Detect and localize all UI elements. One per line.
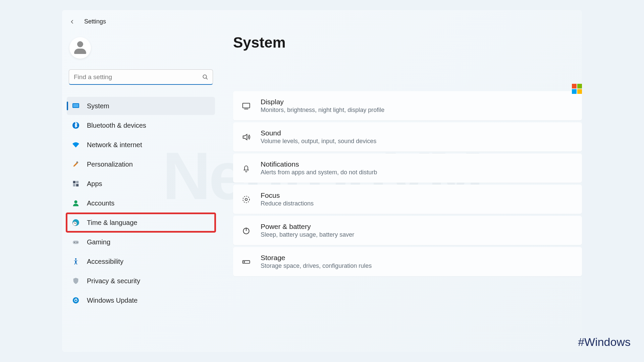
- card-focus[interactable]: Focus Reduce distractions: [233, 185, 582, 214]
- account-header[interactable]: [67, 35, 215, 69]
- sidebar-item-label: Network & internet: [87, 141, 142, 149]
- card-power[interactable]: Power & battery Sleep, battery usage, ba…: [233, 216, 582, 245]
- sidebar-item-label: Windows Update: [87, 297, 138, 304]
- card-subtitle: Volume levels, output, input, sound devi…: [261, 138, 376, 145]
- page-title: System: [233, 34, 582, 51]
- back-button[interactable]: [69, 18, 75, 25]
- svg-point-14: [74, 242, 75, 243]
- brush-icon: [71, 160, 80, 169]
- main-content: System Display Monitors, brightness, nig…: [220, 10, 582, 352]
- sidebar-item-label: Time & language: [87, 219, 137, 227]
- titlebar: Settings: [67, 18, 215, 35]
- search-box[interactable]: [69, 69, 213, 85]
- card-notifications[interactable]: Notifications Alerts from apps and syste…: [233, 154, 582, 183]
- monitor-icon: [241, 101, 251, 111]
- microsoft-logo: [572, 84, 582, 94]
- app-title: Settings: [84, 18, 106, 25]
- settings-window: NeuronVM Settings: [62, 10, 582, 352]
- update-icon: [71, 296, 80, 305]
- svg-rect-3: [73, 104, 78, 107]
- card-subtitle: Reduce distractions: [261, 200, 314, 207]
- card-subtitle: Monitors, brightness, night light, displ…: [261, 107, 384, 114]
- sidebar-item-update[interactable]: Windows Update: [67, 291, 215, 309]
- sidebar-item-label: Accounts: [87, 199, 114, 207]
- card-display[interactable]: Display Monitors, brightness, night ligh…: [233, 91, 582, 120]
- sidebar-item-accessibility[interactable]: Accessibility: [67, 252, 215, 270]
- system-icon: [71, 102, 80, 110]
- sidebar-item-label: Personalization: [87, 161, 133, 168]
- sidebar-item-personalization[interactable]: Personalization: [67, 155, 215, 173]
- svg-point-10: [74, 200, 77, 203]
- card-title: Focus: [261, 191, 314, 199]
- svg-point-16: [75, 258, 77, 260]
- sidebar-item-bluetooth[interactable]: Bluetooth & devices: [67, 116, 215, 134]
- sidebar-item-apps[interactable]: Apps: [67, 175, 215, 193]
- nav-list: System Bluetooth & devices Network & int…: [67, 97, 215, 309]
- microsoft-logo-icon: [572, 84, 582, 94]
- svg-point-17: [73, 297, 79, 303]
- sidebar-item-label: Gaming: [87, 238, 110, 246]
- accessibility-icon: [71, 257, 80, 266]
- card-subtitle: Storage space, drives, configuration rul…: [261, 262, 372, 269]
- sidebar-item-gaming[interactable]: Gaming: [67, 233, 215, 251]
- sidebar: Settings System: [62, 10, 220, 352]
- card-title: Storage: [261, 254, 372, 262]
- bluetooth-icon: [71, 121, 80, 130]
- bell-icon: [241, 163, 251, 173]
- sidebar-item-label: Accessibility: [87, 258, 123, 265]
- avatar: [69, 37, 91, 59]
- search-input[interactable]: [69, 69, 213, 85]
- sidebar-item-privacy[interactable]: Privacy & security: [67, 272, 215, 290]
- svg-point-15: [77, 242, 77, 243]
- card-subtitle: Sleep, battery usage, battery saver: [261, 231, 354, 238]
- svg-rect-6: [73, 181, 75, 183]
- settings-card-list: Display Monitors, brightness, night ligh…: [233, 91, 582, 276]
- sidebar-item-accounts[interactable]: Accounts: [67, 194, 215, 212]
- svg-point-25: [244, 261, 245, 262]
- svg-point-21: [245, 198, 248, 200]
- sidebar-item-label: Bluetooth & devices: [87, 122, 146, 129]
- sidebar-item-time-language[interactable]: Time & language: [67, 214, 215, 232]
- sidebar-item-network[interactable]: Network & internet: [67, 136, 215, 154]
- svg-point-20: [243, 196, 250, 203]
- svg-rect-13: [73, 241, 79, 244]
- card-subtitle: Alerts from apps and system, do not dist…: [261, 169, 377, 176]
- card-title: Notifications: [261, 160, 377, 168]
- wifi-icon: [71, 140, 80, 149]
- hashtag-overlay: #Windows: [578, 336, 631, 349]
- person-icon: [73, 41, 87, 55]
- clock-globe-icon: [71, 218, 80, 227]
- card-sound[interactable]: Sound Volume levels, output, input, soun…: [233, 122, 582, 152]
- svg-rect-7: [76, 181, 78, 183]
- apps-icon: [71, 179, 80, 188]
- svg-rect-18: [243, 103, 250, 108]
- gamepad-icon: [71, 238, 80, 246]
- card-storage[interactable]: Storage Storage space, drives, configura…: [233, 247, 582, 276]
- card-title: Display: [261, 98, 384, 106]
- svg-rect-8: [73, 184, 75, 186]
- sidebar-item-system[interactable]: System: [67, 97, 215, 115]
- power-icon: [241, 226, 251, 236]
- focus-icon: [241, 194, 251, 204]
- shield-icon: [71, 277, 80, 285]
- sidebar-item-label: Privacy & security: [87, 277, 140, 285]
- person-icon: [71, 199, 80, 207]
- card-title: Power & battery: [261, 223, 354, 231]
- sidebar-item-label: System: [87, 102, 109, 110]
- sidebar-item-label: Apps: [87, 180, 102, 188]
- storage-icon: [241, 257, 251, 267]
- svg-rect-9: [76, 184, 78, 186]
- speaker-icon: [241, 132, 251, 142]
- card-title: Sound: [261, 129, 376, 137]
